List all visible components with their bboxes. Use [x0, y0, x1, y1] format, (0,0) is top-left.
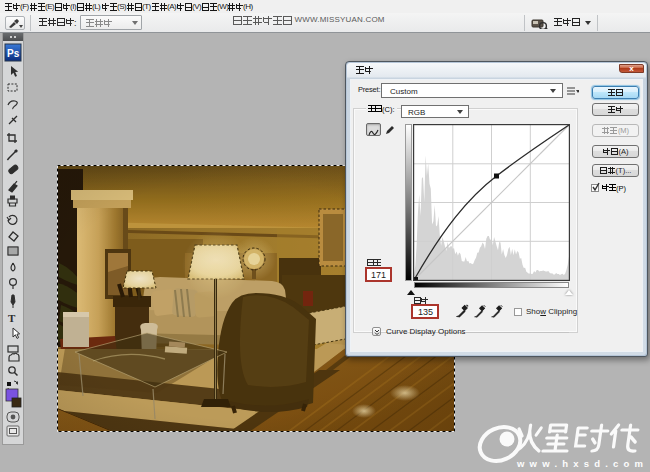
svg-text:T: T	[8, 312, 16, 324]
svg-text:www.hxsd.com: www.hxsd.com	[516, 458, 648, 469]
svg-text:Ps: Ps	[7, 48, 20, 59]
